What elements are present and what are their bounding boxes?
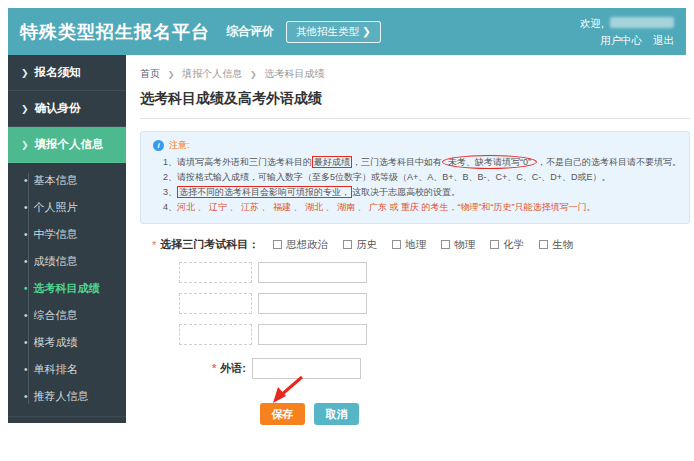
checkbox-physics[interactable]: 物理	[441, 238, 475, 252]
sidebar-item-photo[interactable]: •个人照片	[8, 194, 126, 221]
sidebar-item-confirm-identity[interactable]: ❯确认身份	[8, 91, 126, 127]
subjects-row: * 选择三门考试科目： 思想政治 历史 地理 物理 化学 生物	[152, 237, 690, 252]
score-input[interactable]	[258, 324, 367, 345]
warning-text: 河北 、 辽宁 、 江苏 、 福建 、 湖北 、 湖南 、 广东 或 重庆 的考…	[177, 202, 596, 212]
breadcrumb: 首页 ❯ 填报个人信息 ❯ 选考科目成绩	[140, 67, 690, 81]
breadcrumb-separator-icon: ❯	[168, 70, 175, 79]
other-admission-types-button[interactable]: 其他招生类型 ❯	[286, 21, 381, 43]
breadcrumb-separator-icon: ❯	[250, 70, 257, 79]
annotation-rect: 最好成绩	[312, 156, 352, 168]
notice-text: 1、请填写高考外语和三门选考科目的	[163, 157, 312, 167]
notice-line: 2、请按格式输入成绩，可输入数字（至多5位数字）或等级（A+、A、B+、B、B-…	[153, 170, 681, 185]
score-row	[179, 293, 690, 314]
header-left: 特殊类型招生报名平台 综合评价 其他招生类型 ❯	[20, 20, 381, 44]
breadcrumb-home[interactable]: 首页	[140, 68, 160, 79]
sidebar-item-personal-info[interactable]: ❯填报个人信息	[8, 127, 126, 163]
score-input[interactable]	[258, 262, 367, 283]
notice-text: ，三门选考科目中如有	[352, 157, 442, 167]
bullet-icon: •	[24, 364, 28, 375]
sidebar-item-comprehensive-info[interactable]: •综合信息	[8, 302, 126, 329]
save-button[interactable]: 保存	[260, 403, 305, 425]
bullet-icon: •	[24, 256, 28, 267]
subject-field	[179, 293, 252, 314]
chevron-right-icon: ❯	[21, 140, 29, 150]
score-input[interactable]	[258, 293, 367, 314]
sidebar-item-basic-info[interactable]: •基本信息	[8, 167, 126, 194]
checkbox-icon	[441, 240, 450, 249]
foreign-language-label: *外语:	[140, 361, 252, 376]
sidebar-item-application-management[interactable]: ❯志愿管理	[8, 417, 126, 423]
annotation-rect: 选择不同的选考科目会影响可填报的专业，	[177, 186, 352, 198]
checkbox-icon	[273, 240, 282, 249]
notice-header: i 注意:	[153, 139, 681, 152]
subject-field	[179, 262, 252, 283]
sidebar-item-grades-info[interactable]: •成绩信息	[8, 248, 126, 275]
checkbox-icon	[392, 240, 401, 249]
notice-line: 1、请填写高考外语和三门选考科目的最好成绩，三门选考科目中如有未考、缺考请填写“…	[153, 155, 681, 170]
notice-lines: 1、请填写高考外语和三门选考科目的最好成绩，三门选考科目中如有未考、缺考请填写“…	[153, 155, 681, 215]
header: 特殊类型招生报名平台 综合评价 其他招生类型 ❯ 欢迎, 用户中心 退出	[8, 8, 686, 55]
checkbox-geography[interactable]: 地理	[392, 238, 426, 252]
breadcrumb-personal-info[interactable]: 填报个人信息	[182, 68, 242, 79]
chevron-right-icon: ❯	[21, 68, 29, 78]
header-right: 欢迎, 用户中心 退出	[580, 15, 674, 49]
admission-type-label: 综合评价	[226, 23, 274, 40]
notice-text: 4、	[163, 202, 177, 212]
breadcrumb-current: 选考科目成绩	[265, 68, 325, 79]
bullet-icon: •	[24, 175, 28, 186]
logout-link[interactable]: 退出	[653, 34, 674, 46]
checkbox-chemistry[interactable]: 化学	[490, 238, 524, 252]
sidebar-item-mock-exam-scores[interactable]: •模考成绩	[8, 329, 126, 356]
checkbox-history[interactable]: 历史	[343, 238, 377, 252]
main-content: 首页 ❯ 填报个人信息 ❯ 选考科目成绩 选考科目成绩及高考外语成绩 i 注意:…	[126, 55, 694, 455]
user-name-redacted	[610, 17, 674, 28]
foreign-language-input[interactable]	[252, 358, 361, 379]
checkbox-biology[interactable]: 生物	[539, 238, 573, 252]
notice-text: 2、请按格式输入成绩，可输入数字（至多5位数字）或等级（A+、A、B+、B、B-…	[163, 172, 611, 182]
sidebar-item-signup-notice[interactable]: ❯报名须知	[8, 55, 126, 91]
bullet-icon: •	[24, 310, 28, 321]
app-window: 特殊类型招生报名平台 综合评价 其他招生类型 ❯ 欢迎, 用户中心 退出 ❯报名…	[8, 8, 686, 455]
checkbox-icon	[490, 240, 499, 249]
required-asterisk: *	[212, 362, 216, 374]
cancel-button[interactable]: 取消	[314, 403, 359, 425]
notice-text: ，不是自己的选考科目请不要填写。	[537, 157, 681, 167]
welcome-row: 欢迎,	[580, 15, 674, 32]
notice-label: 注意:	[169, 139, 190, 152]
notice-text: 这取决于志愿高校的设置。	[352, 187, 460, 197]
chevron-right-icon: ❯	[21, 104, 29, 114]
subject-field	[179, 324, 252, 345]
checkbox-politics[interactable]: 思想政治	[273, 238, 328, 252]
sidebar: ❯报名须知 ❯确认身份 ❯填报个人信息 •基本信息 •个人照片 •中学信息 •成…	[8, 55, 126, 423]
annotation-ellipse: 未考、缺考请填写“0”	[442, 155, 537, 169]
bullet-icon: •	[24, 283, 28, 294]
bullet-icon: •	[24, 337, 28, 348]
welcome-label: 欢迎,	[580, 17, 604, 29]
header-links: 用户中心 退出	[580, 32, 674, 49]
subjects-label: 选择三门考试科目：	[160, 237, 259, 252]
foreign-language-row: *外语:	[140, 358, 690, 379]
bullet-icon: •	[24, 202, 28, 213]
sidebar-item-subject-ranking[interactable]: •单科排名	[8, 356, 126, 383]
sidebar-subgroup: •基本信息 •个人照片 •中学信息 •成绩信息 •选考科目成绩 •综合信息 •模…	[8, 163, 126, 417]
info-icon: i	[153, 140, 164, 151]
notice-line: 3、选择不同的选考科目会影响可填报的专业，这取决于志愿高校的设置。	[153, 185, 681, 200]
sidebar-item-school-info[interactable]: •中学信息	[8, 221, 126, 248]
sidebar-item-elective-scores[interactable]: •选考科目成绩	[8, 275, 126, 302]
page-title: 选考科目成绩及高考外语成绩	[140, 90, 690, 119]
bullet-icon: •	[24, 229, 28, 240]
scores-form: * 选择三门考试科目： 思想政治 历史 地理 物理 化学 生物	[140, 237, 690, 425]
notice-line: 4、河北 、 辽宁 、 江苏 、 福建 、 湖北 、 湖南 、 广东 或 重庆 …	[153, 200, 681, 215]
app-title: 特殊类型招生报名平台	[20, 20, 210, 44]
checkbox-icon	[539, 240, 548, 249]
button-row: 保存 取消	[260, 403, 690, 425]
required-asterisk: *	[152, 239, 156, 251]
user-center-link[interactable]: 用户中心	[600, 34, 642, 46]
score-row	[179, 262, 690, 283]
bullet-icon: •	[24, 391, 28, 402]
notice-box: i 注意: 1、请填写高考外语和三门选考科目的最好成绩，三门选考科目中如有未考、…	[140, 131, 690, 224]
notice-text: 3、	[163, 187, 177, 197]
sidebar-item-recommender-info[interactable]: •推荐人信息	[8, 383, 126, 410]
checkbox-icon	[343, 240, 352, 249]
score-row	[179, 324, 690, 345]
